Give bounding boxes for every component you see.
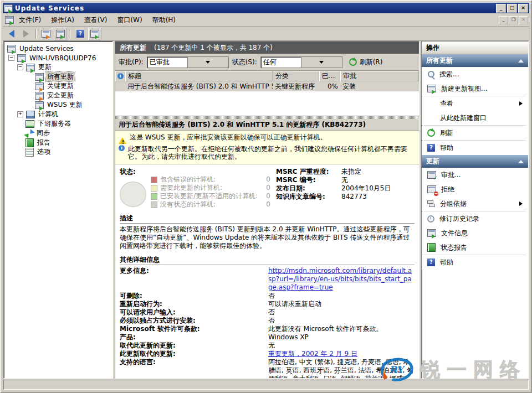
- options-icon: [25, 148, 34, 157]
- menu-view[interactable]: 查看(V): [79, 14, 112, 27]
- column-approval[interactable]: 审批: [340, 71, 419, 81]
- dropdown-arrow-icon[interactable]: [301, 57, 342, 68]
- field-row: 可以请求用户输入:否: [120, 308, 415, 317]
- expand-expander[interactable]: +: [17, 111, 23, 117]
- status-filter-select[interactable]: 任何: [260, 56, 342, 68]
- mdi-close-button: ×: [519, 16, 528, 24]
- needed-swatch: [151, 185, 157, 192]
- mdi-minimize-button[interactable]: _: [499, 16, 508, 24]
- maximize-button[interactable]: □: [507, 4, 517, 13]
- action-status-report[interactable]: 状态报告: [422, 240, 528, 255]
- more-info-link[interactable]: http://msdn.microsoft.com/library/defaul…: [268, 267, 412, 291]
- update-services-window: Update Services _ □ × 文件(F) 操作(A) 查看(V) …: [0, 0, 532, 393]
- table-row[interactable]: 用于后台智能传送服务 (BITS) 2.0 和 WinHTTP 5... 关键更…: [115, 81, 419, 91]
- tree-item-server[interactable]: − WIN-UVB8QUUDP76: [4, 53, 112, 63]
- action-help[interactable]: ? 帮助: [422, 255, 528, 270]
- server-icon: [17, 54, 26, 62]
- status-bar: [3, 380, 529, 390]
- section-all-updates[interactable]: 所有更新: [422, 54, 528, 67]
- field-row: 支持的语言:阿拉伯语, 中文 (繁体), 捷克语, 丹麦语, 德语, 希腊语, …: [120, 358, 415, 378]
- field-row: 重新启动行为:可以请求重新启动: [120, 300, 415, 308]
- approval-filter-label: 审批(P):: [119, 58, 144, 67]
- field-row: Microsoft 软件许可条款:此更新没有 Microsoft 软件许可条款。: [120, 325, 415, 333]
- collapse-chevron-icon[interactable]: [518, 56, 524, 63]
- detail-title: 用于后台智能传送服务 (BITS) 2.0 和 WinHTTP 5.1 的更新程…: [115, 119, 419, 131]
- collapse-expander[interactable]: −: [17, 64, 23, 70]
- back-icon: [9, 30, 14, 38]
- dropdown-arrow-icon[interactable]: [187, 57, 228, 68]
- details-heading: 其他详细信息: [120, 256, 415, 265]
- show-action-pane-button[interactable]: [88, 28, 101, 40]
- action-refresh[interactable]: 刷新: [422, 126, 528, 140]
- filter-bar: 审批(P): 已审批 状态(S): 任何 刷新(R): [115, 54, 419, 71]
- action-approve[interactable]: ✓ 审批...: [422, 168, 528, 182]
- superseded-update-link[interactable]: 重要更新，2002 年 2 月 9 日: [268, 350, 357, 358]
- tree-item-options[interactable]: 选项: [4, 147, 112, 157]
- submenu-arrow-icon: [519, 101, 525, 106]
- security-updates-icon: [35, 92, 44, 100]
- back-button[interactable]: [5, 28, 18, 40]
- computers-icon: [26, 111, 35, 118]
- close-button[interactable]: ×: [518, 4, 528, 13]
- file-info-icon: [427, 229, 436, 237]
- menu-file[interactable]: 文件(F): [14, 14, 46, 27]
- menu-action[interactable]: 操作(A): [46, 14, 79, 27]
- column-classification[interactable]: 分类: [273, 71, 319, 81]
- tree-item-reports[interactable]: 报告: [4, 138, 112, 147]
- action-file-information[interactable]: 文件信息: [422, 226, 528, 240]
- minimize-button[interactable]: _: [496, 4, 506, 13]
- nostatus-swatch: [151, 201, 157, 208]
- wsus-updates-icon: [35, 101, 44, 109]
- collapse-expander[interactable]: −: [8, 55, 14, 61]
- group-by-icon: [427, 200, 435, 207]
- collapse-chevron-icon[interactable]: [518, 157, 524, 163]
- mdi-restore-button[interactable]: ❐: [509, 16, 518, 24]
- legend-item: 没有状态的计算机: 0: [151, 200, 276, 209]
- action-group-by[interactable]: 分组依据: [422, 196, 528, 211]
- action-pane-title: 操作: [422, 42, 528, 54]
- tree-item-wsus-updates[interactable]: WSUS 更新: [4, 100, 112, 110]
- action-decline[interactable]: − 拒绝: [422, 182, 528, 196]
- warning-text: 这是 WSUS 更新，应审批安装该更新以确保可以正确更新计算机。: [130, 133, 327, 141]
- refresh-icon: [427, 129, 435, 137]
- menu-window[interactable]: 窗口(W): [112, 14, 147, 27]
- tree-item-all-updates[interactable]: 所有更新: [4, 72, 112, 81]
- action-new-window[interactable]: 从此处新建窗口: [422, 111, 528, 125]
- tree-item-critical-updates[interactable]: 关键更新: [4, 81, 112, 91]
- row-title: 用于后台智能传送服务 (BITS) 2.0 和 WinHTTP 5...: [125, 82, 273, 91]
- window-title: Update Services: [15, 4, 84, 12]
- tree-item-root[interactable]: Update Services: [4, 44, 112, 53]
- approval-filter-select[interactable]: 已审批: [147, 56, 229, 68]
- forward-icon: [23, 30, 29, 38]
- action-help[interactable]: ? 帮助: [422, 141, 528, 155]
- action-search[interactable]: 搜索...: [422, 67, 528, 81]
- tree-item-updates[interactable]: − 更新: [4, 63, 112, 72]
- meta-row: 发布日期:2004年10月5日: [276, 184, 415, 193]
- tree-item-computers[interactable]: + 计算机: [4, 110, 112, 119]
- menu-help[interactable]: 帮助(H): [147, 14, 181, 27]
- action-pane-icon: [90, 30, 99, 38]
- refresh-button[interactable]: 刷新(R): [349, 58, 383, 67]
- status-label: 状态:: [120, 168, 146, 176]
- show-console-tree-button[interactable]: [54, 28, 67, 40]
- section-update[interactable]: 更新: [422, 155, 528, 168]
- action-view[interactable]: 查看: [422, 96, 528, 111]
- results-title: 所有更新: [120, 43, 146, 53]
- console-tree-icon: [56, 30, 65, 38]
- column-info[interactable]: i: [115, 71, 125, 81]
- legend-item: 需要此更新的计算机: 0: [151, 184, 276, 192]
- action-pane: 操作 所有更新 搜索... 新建更新视图... 查看 从此处新建窗口: [421, 41, 529, 379]
- description-heading: 描述: [120, 214, 415, 224]
- results-header: 所有更新 (187 个更新中 1 个被显示，共 187 个): [115, 42, 419, 54]
- help-button[interactable]: ?: [74, 28, 87, 40]
- column-title[interactable]: 标题: [125, 71, 273, 81]
- tree-item-synchronizations[interactable]: 同步: [4, 128, 112, 138]
- action-revision-history[interactable]: 修订历史记录: [422, 211, 528, 226]
- action-new-update-view[interactable]: 新建更新视图...: [422, 81, 528, 96]
- column-installed[interactable]: 已...: [319, 71, 340, 81]
- export-list-button[interactable]: [39, 28, 53, 40]
- update-services-icon: [7, 45, 16, 53]
- tree-item-downstream-servers[interactable]: 下游服务器: [4, 119, 112, 128]
- forward-button[interactable]: [19, 28, 33, 40]
- tree-item-security-updates[interactable]: 安全更新: [4, 91, 112, 100]
